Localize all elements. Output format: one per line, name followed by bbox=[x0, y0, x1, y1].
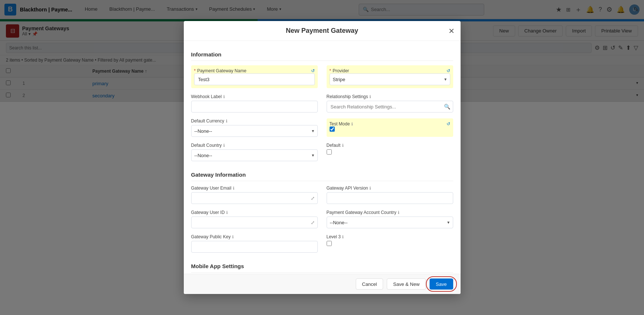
gateway-api-version-info-icon[interactable]: ℹ bbox=[369, 186, 371, 191]
gateway-information-section: Gateway Information Gateway User Email ℹ… bbox=[191, 169, 453, 253]
default-checkbox[interactable] bbox=[327, 149, 332, 155]
gateway-user-id-info-icon[interactable]: ℹ bbox=[226, 210, 228, 215]
level-3-field: Level 3 ℹ bbox=[327, 234, 453, 253]
default-country-select[interactable]: --None-- bbox=[191, 149, 318, 161]
payment-gateway-account-country-label: Payment Gateway Account Country ℹ bbox=[327, 210, 453, 215]
default-country-select-wrap: --None-- bbox=[191, 149, 318, 161]
test-mode-checkbox-wrap bbox=[330, 127, 450, 132]
gateway-information-section-header: Gateway Information bbox=[191, 169, 453, 181]
save-new-button[interactable]: Save & New bbox=[387, 278, 426, 290]
payment-gateway-account-country-select[interactable]: --None-- bbox=[327, 217, 453, 228]
gateway-public-key-field: Gateway Public Key ℹ bbox=[191, 234, 318, 253]
webhook-label-label: Webhook Label ℹ bbox=[191, 94, 318, 99]
default-currency-select[interactable]: --None-- bbox=[191, 125, 318, 137]
webhook-label-info-icon[interactable]: ℹ bbox=[223, 94, 225, 99]
level-3-checkbox-wrap bbox=[327, 241, 453, 246]
default-country-field: Default Country ℹ --None-- bbox=[191, 143, 318, 161]
gateway-user-email-input[interactable] bbox=[191, 192, 318, 204]
default-country-label: Default Country ℹ bbox=[191, 143, 318, 148]
default-currency-field: Default Currency ℹ --None-- bbox=[191, 118, 318, 137]
provider-label: * Provider ↺ bbox=[330, 68, 450, 73]
relationship-settings-search-icon: 🔍 bbox=[444, 104, 450, 110]
webhook-label-input[interactable] bbox=[191, 101, 318, 112]
information-section: Information * Payment Gateway Name ↺ bbox=[191, 48, 453, 161]
level-3-info-icon[interactable]: ℹ bbox=[342, 235, 344, 239]
modal-body: Information * Payment Gateway Name ↺ bbox=[184, 41, 461, 274]
modal: New Payment Gateway ✕ Information * Paym… bbox=[184, 21, 461, 294]
modal-overlay: New Payment Gateway ✕ Information * Paym… bbox=[0, 0, 644, 315]
payment-gateway-account-country-info-icon[interactable]: ℹ bbox=[398, 210, 399, 215]
gateway-user-email-label: Gateway User Email ℹ bbox=[191, 186, 318, 191]
default-field: Default ℹ bbox=[327, 143, 453, 161]
provider-reset-icon[interactable]: ↺ bbox=[447, 68, 450, 73]
test-mode-checkbox[interactable] bbox=[330, 127, 335, 132]
default-checkbox-wrap bbox=[327, 149, 453, 155]
gateway-api-version-input[interactable] bbox=[327, 192, 453, 204]
gateway-user-email-field: Gateway User Email ℹ ⤢ bbox=[191, 186, 318, 204]
gateway-user-id-input[interactable] bbox=[191, 217, 318, 228]
payment-gateway-account-country-field: Payment Gateway Account Country ℹ --None… bbox=[327, 210, 453, 228]
gateway-public-key-input[interactable] bbox=[191, 241, 318, 253]
gateway-user-id-expand-icon[interactable]: ⤢ bbox=[311, 220, 315, 225]
provider-select[interactable]: Stripe PayPal Authorize.net bbox=[330, 73, 450, 85]
test-mode-label: Test Mode ℹ ↺ bbox=[330, 121, 450, 127]
relationship-settings-label: Relationship Settings ℹ bbox=[327, 94, 453, 99]
gateway-information-form-grid: Gateway User Email ℹ ⤢ Gateway API Versi… bbox=[191, 186, 453, 253]
default-country-info-icon[interactable]: ℹ bbox=[223, 143, 225, 148]
information-form-grid: * Payment Gateway Name ↺ * Provider ↺ bbox=[191, 65, 453, 161]
gateway-user-id-field: Gateway User ID ℹ ⤢ bbox=[191, 210, 318, 228]
relationship-settings-field: Relationship Settings ℹ 🔍 bbox=[327, 94, 453, 112]
test-mode-reset-icon[interactable]: ↺ bbox=[447, 121, 450, 127]
gateway-public-key-label: Gateway Public Key ℹ bbox=[191, 234, 318, 239]
default-info-icon[interactable]: ℹ bbox=[342, 143, 344, 148]
mobile-app-settings-section-header: Mobile App Settings bbox=[191, 260, 453, 273]
provider-field: * Provider ↺ Stripe PayPal Authorize.net bbox=[327, 65, 453, 88]
payment-gateway-name-field: * Payment Gateway Name ↺ bbox=[191, 65, 318, 88]
provider-select-wrap: Stripe PayPal Authorize.net bbox=[330, 73, 450, 85]
information-section-header: Information bbox=[191, 48, 453, 61]
level-3-checkbox[interactable] bbox=[327, 241, 332, 246]
gateway-user-email-expand-icon[interactable]: ⤢ bbox=[311, 195, 315, 201]
modal-close-button[interactable]: ✕ bbox=[448, 27, 455, 35]
default-label: Default ℹ bbox=[327, 143, 453, 148]
test-mode-info-icon[interactable]: ℹ bbox=[351, 122, 353, 127]
save-button[interactable]: Save bbox=[430, 278, 453, 290]
payment-gateway-name-input[interactable] bbox=[194, 73, 315, 85]
relationship-settings-input[interactable] bbox=[327, 101, 453, 112]
default-currency-label: Default Currency ℹ bbox=[191, 118, 318, 124]
gateway-api-version-label: Gateway API Version ℹ bbox=[327, 186, 453, 191]
save-button-wrap: Save bbox=[430, 278, 453, 290]
modal-footer: Cancel Save & New Save bbox=[184, 274, 461, 294]
modal-header: New Payment Gateway ✕ bbox=[184, 21, 461, 41]
gateway-public-key-info-icon[interactable]: ℹ bbox=[232, 235, 234, 239]
default-currency-info-icon[interactable]: ℹ bbox=[226, 119, 227, 124]
test-mode-field: Test Mode ℹ ↺ bbox=[327, 118, 453, 137]
relationship-settings-info-icon[interactable]: ℹ bbox=[369, 94, 371, 99]
level-3-label: Level 3 ℹ bbox=[327, 234, 453, 239]
default-currency-select-wrap: --None-- bbox=[191, 125, 318, 137]
relationship-settings-search-wrap: 🔍 bbox=[327, 101, 453, 112]
webhook-label-field: Webhook Label ℹ bbox=[191, 94, 318, 112]
gateway-user-email-input-wrap: ⤢ bbox=[191, 192, 318, 204]
mobile-app-settings-section: Mobile App Settings Accepted Payment Met… bbox=[191, 260, 453, 274]
gateway-api-version-field: Gateway API Version ℹ bbox=[327, 186, 453, 204]
cancel-button[interactable]: Cancel bbox=[356, 278, 383, 290]
payment-gateway-name-reset-icon[interactable]: ↺ bbox=[311, 68, 315, 73]
gateway-user-id-label: Gateway User ID ℹ bbox=[191, 210, 318, 215]
modal-title: New Payment Gateway bbox=[286, 27, 358, 35]
payment-gateway-name-label: * Payment Gateway Name ↺ bbox=[194, 68, 315, 73]
gateway-user-email-info-icon[interactable]: ℹ bbox=[233, 186, 234, 191]
payment-gateway-account-country-select-wrap: --None-- bbox=[327, 217, 453, 228]
